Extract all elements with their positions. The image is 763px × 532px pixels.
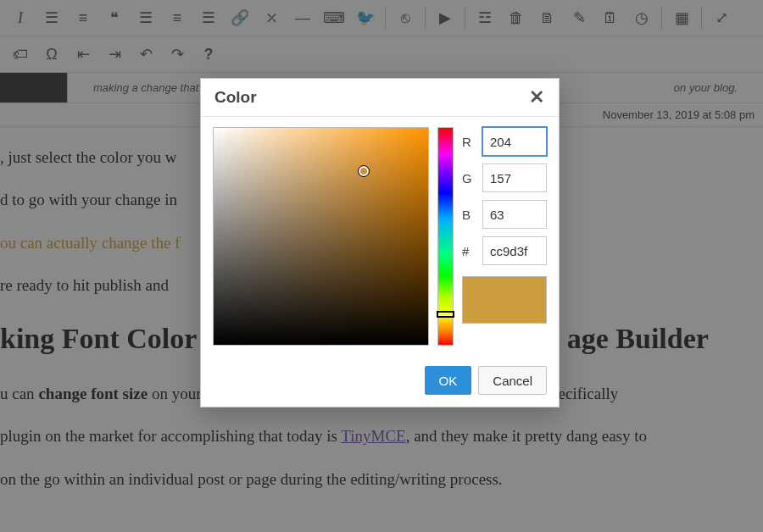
color-inputs: R G B # — [462, 127, 547, 346]
g-label: G — [462, 171, 476, 186]
dialog-footer: OK Cancel — [201, 357, 559, 407]
dialog-title: Color — [214, 88, 257, 107]
hue-cursor[interactable] — [437, 311, 454, 318]
ok-button[interactable]: OK — [425, 366, 472, 395]
r-input[interactable] — [482, 127, 547, 156]
b-input[interactable] — [482, 200, 547, 229]
hue-slider[interactable] — [437, 127, 454, 346]
b-label: B — [462, 208, 476, 222]
close-icon[interactable]: ✕ — [526, 87, 547, 108]
g-field: G — [462, 163, 547, 192]
b-field: B — [462, 200, 547, 229]
dialog-body: R G B # — [201, 117, 559, 357]
hex-field: # — [462, 236, 547, 265]
cancel-button[interactable]: Cancel — [478, 366, 547, 395]
g-input[interactable] — [482, 163, 547, 192]
dialog-header[interactable]: Color ✕ — [201, 79, 559, 117]
sv-cursor[interactable] — [359, 166, 369, 176]
hex-input[interactable] — [482, 236, 547, 265]
saturation-value-panel[interactable] — [213, 127, 429, 346]
r-label: R — [462, 135, 476, 149]
color-dialog: Color ✕ R G B # — [200, 78, 560, 407]
color-swatch — [462, 276, 547, 324]
hex-label: # — [462, 244, 476, 258]
r-field: R — [462, 127, 547, 156]
